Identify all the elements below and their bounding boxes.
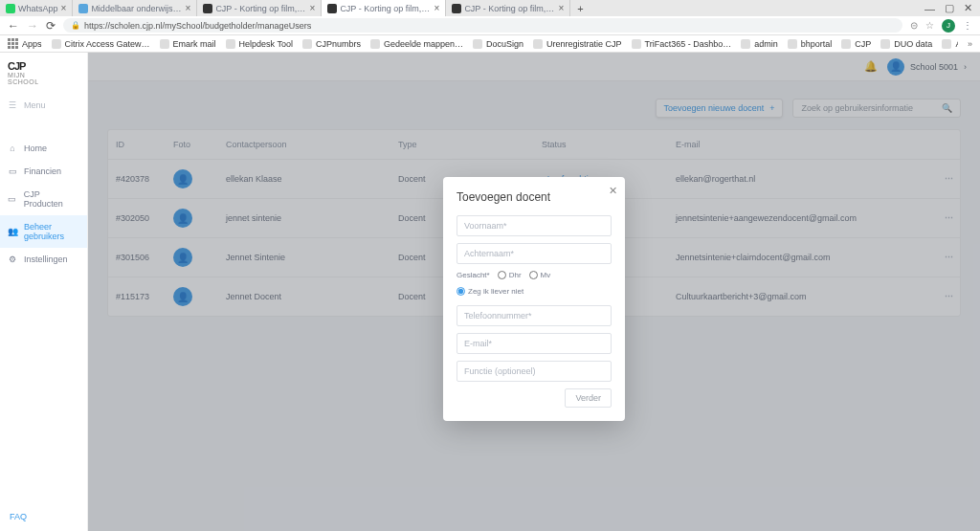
bookmarks-overflow[interactable]: » (968, 39, 972, 49)
sidebar-item[interactable]: ▭Financien (0, 160, 87, 183)
tab-close-icon[interactable]: × (61, 3, 67, 13)
menu-item-label: CJP Producten (24, 189, 79, 209)
incognito-icon[interactable]: ⊝ (910, 20, 918, 31)
modal-title: Toevoegen docent (457, 190, 612, 204)
bookmark-item[interactable]: Gedeelde mappen… (370, 39, 463, 49)
bookmark-icon (841, 39, 851, 49)
url-input[interactable]: 🔒 https://scholen.cjp.nl/mySchool/budget… (63, 18, 902, 33)
apps-icon (8, 38, 18, 49)
bookmark-item[interactable]: CJPnumbrs (302, 39, 361, 49)
bookmark-item[interactable]: Citrix Access Gatew… (52, 39, 150, 49)
tab-close-icon[interactable]: × (559, 3, 565, 13)
radio-niet[interactable]: Zeg ik liever niet (457, 287, 523, 296)
favicon-icon (6, 4, 15, 13)
browser-tab[interactable]: Middelbaar onderwijs, cultuur &× (73, 0, 197, 16)
telefoon-field[interactable] (457, 305, 612, 326)
menu-item-icon: ▭ (8, 194, 17, 204)
favicon-icon (203, 4, 212, 13)
bookmark-icon (533, 39, 543, 49)
apps-button[interactable]: Apps (8, 38, 42, 49)
sidebar-item[interactable]: ⌂Home (0, 137, 87, 160)
achternaam-field[interactable] (457, 243, 612, 264)
window-close[interactable]: ✕ (964, 2, 972, 14)
bookmark-item[interactable]: DocuSign (473, 39, 523, 49)
bookmark-item[interactable]: Aha! (942, 39, 958, 49)
browser-tabs-bar: WhatsApp×Middelbaar onderwijs, cultuur &… (0, 0, 980, 16)
modal-overlay[interactable]: ✕ Toevoegen docent Geslacht* Dhr Mv Zeg … (88, 53, 980, 531)
menu-item-label: Instellingen (24, 254, 68, 264)
browser-tab[interactable]: CJP - Korting op film, theater, he× (322, 0, 446, 16)
tab-close-icon[interactable]: × (310, 3, 316, 13)
bookmark-item[interactable]: Emark mail (160, 39, 216, 49)
browser-tab[interactable]: CJP - Korting op film, theater, he× (446, 0, 570, 16)
favicon-icon (327, 4, 337, 13)
window-maximize[interactable]: ▢ (945, 2, 954, 14)
bookmark-icon (160, 39, 169, 49)
add-docent-modal: ✕ Toevoegen docent Geslacht* Dhr Mv Zeg … (443, 177, 625, 421)
sidebar-item[interactable]: ⚙Instellingen (0, 248, 87, 271)
bookmark-item[interactable]: admin (741, 39, 778, 49)
menu-item-label: Home (24, 144, 47, 153)
verder-button[interactable]: Verder (565, 388, 612, 408)
bookmark-icon (942, 39, 951, 49)
bookmark-icon (370, 39, 380, 49)
bookmark-icon (226, 39, 235, 49)
lock-icon: 🔒 (71, 21, 80, 30)
bookmark-item[interactable]: Urenregistratie CJP (533, 39, 622, 49)
bookmark-icon (52, 39, 61, 49)
tab-label: WhatsApp (18, 4, 58, 13)
bookmark-item[interactable]: TriFact365 - Dashbo… (632, 39, 732, 49)
tab-label: CJP - Korting op film, theater, he (464, 4, 555, 13)
close-icon[interactable]: ✕ (609, 185, 617, 197)
browser-tab[interactable]: CJP - Korting op film, theater, he× (197, 0, 322, 16)
sidebar: CJP MIJNSCHOOL ☰ Menu ⌂Home▭Financien▭CJ… (0, 53, 88, 531)
menu-item-label: Financien (24, 166, 61, 176)
bookmark-item[interactable]: CJP (841, 39, 871, 49)
menu-item-icon: ⌂ (8, 144, 17, 153)
functie-field[interactable] (457, 361, 612, 382)
main-content: 🔔 👤 School 5001 › Toevoegen nieuwe docen… (88, 53, 980, 531)
bookmark-icon (741, 39, 750, 49)
browser-tab[interactable]: WhatsApp× (0, 0, 73, 16)
new-tab-button[interactable]: + (570, 0, 590, 16)
sidebar-item[interactable]: 👥Beheer gebruikers (0, 215, 87, 248)
nav-reload[interactable]: ⟳ (46, 19, 56, 33)
radio-dhr[interactable]: Dhr (498, 271, 522, 279)
nav-back[interactable]: ← (8, 19, 19, 33)
menu-item-label: Beheer gebruikers (24, 222, 79, 241)
menu-item-icon: 👥 (8, 227, 17, 236)
favicon-icon (452, 4, 461, 13)
bookmark-item[interactable]: DUO data (880, 39, 932, 49)
browser-menu[interactable]: ⋮ (963, 20, 972, 31)
bookmark-icon (880, 39, 890, 49)
url-text: https://scholen.cjp.nl/mySchool/budgetho… (84, 21, 311, 31)
favicon-icon (78, 4, 88, 13)
tab-label: CJP - Korting op film, theater, he (340, 4, 431, 13)
tab-label: Middelbaar onderwijs, cultuur & (91, 4, 182, 13)
hamburger-icon: ☰ (8, 100, 17, 110)
window-minimize[interactable]: — (924, 3, 935, 14)
menu-item-icon: ⚙ (8, 254, 17, 264)
geslacht-label: Geslacht* (457, 271, 490, 279)
nav-forward[interactable]: → (27, 19, 38, 33)
bookmark-icon (302, 39, 312, 49)
star-icon[interactable]: ☆ (925, 20, 934, 31)
menu-item-icon: ▭ (8, 166, 17, 176)
logo: CJP MIJNSCHOOL (0, 53, 87, 93)
profile-avatar[interactable]: J (942, 19, 955, 33)
sidebar-item[interactable]: ▭CJP Producten (0, 183, 87, 215)
bookmark-icon (632, 39, 641, 49)
bookmark-item[interactable]: Helpdesk Tool (226, 39, 293, 49)
bookmark-icon (788, 39, 797, 49)
email-field[interactable] (457, 333, 612, 354)
tab-close-icon[interactable]: × (434, 3, 440, 13)
window-controls: — ▢ ✕ (917, 0, 980, 16)
voornaam-field[interactable] (457, 215, 612, 236)
menu-toggle[interactable]: ☰ Menu (0, 93, 87, 118)
radio-mv[interactable]: Mv (529, 271, 551, 279)
tab-close-icon[interactable]: × (186, 3, 191, 13)
faq-link[interactable]: FAQ (0, 502, 87, 531)
bookmark-item[interactable]: bhportal (788, 39, 833, 49)
tab-label: CJP - Korting op film, theater, he (215, 4, 306, 13)
address-bar: ← → ⟳ 🔒 https://scholen.cjp.nl/mySchool/… (0, 16, 980, 35)
